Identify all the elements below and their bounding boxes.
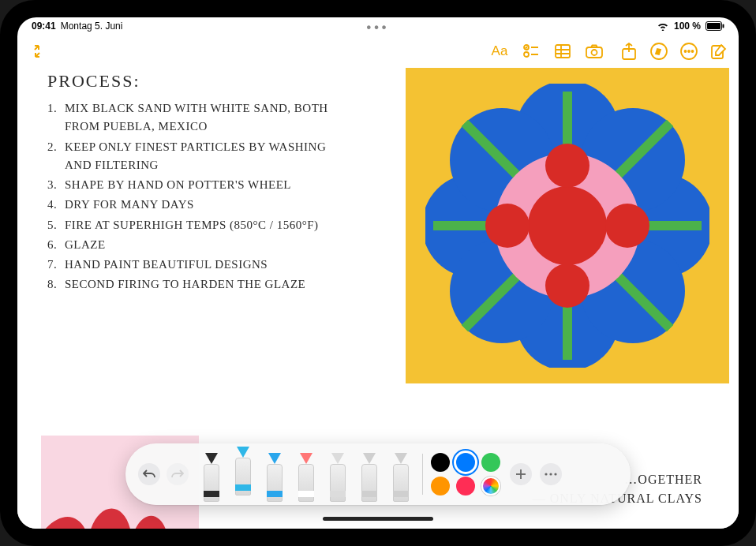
svg-point-40	[485, 204, 530, 248]
step-text: HAND PAINT BEAUTIFUL DESIGNS	[65, 256, 268, 274]
pen-tool[interactable]	[198, 453, 225, 502]
svg-point-12	[592, 50, 597, 55]
note-canvas[interactable]: PROCESS: 1.MIX BLACK SAND WITH WHITE SAN…	[17, 68, 739, 529]
flower-sketch	[406, 68, 729, 383]
step-text: GLAZE	[65, 236, 106, 254]
multitask-dots[interactable]: •••	[367, 21, 390, 35]
process-step: 8.SECOND FIRING TO HARDEN THE GLAZE	[47, 275, 347, 294]
svg-point-44	[545, 473, 547, 475]
color-swatch[interactable]	[456, 453, 475, 472]
process-step: 5.FIRE AT SUPERHIGH TEMPS (850°C / 1560°…	[47, 216, 347, 234]
collapse-icon[interactable]	[28, 43, 46, 60]
step-text: SHAPE BY HAND ON POTTER'S WHEEL	[65, 176, 291, 194]
step-number: 5.	[47, 216, 65, 234]
markup-toolbar	[125, 443, 631, 505]
color-swatch[interactable]	[456, 477, 475, 496]
step-number: 3.	[47, 176, 65, 194]
step-text: DRY FOR MANY DAYS	[65, 196, 194, 214]
color-picker-button[interactable]	[481, 477, 500, 496]
add-button[interactable]	[510, 463, 532, 485]
svg-point-17	[688, 50, 690, 52]
svg-rect-11	[586, 47, 602, 58]
more-icon[interactable]	[680, 43, 698, 60]
handwritten-note: PROCESS: 1.MIX BLACK SAND WITH WHITE SAN…	[47, 71, 347, 296]
process-step: 1.MIX BLACK SAND WITH WHITE SAND, BOTH F…	[47, 99, 347, 136]
drawing-tools	[198, 443, 414, 505]
svg-point-18	[692, 50, 694, 52]
step-number: 4.	[47, 196, 65, 214]
svg-point-16	[685, 50, 687, 52]
battery-percentage: 100 %	[674, 21, 701, 32]
step-number: 6.	[47, 236, 65, 254]
ruler-tool[interactable]	[387, 453, 414, 502]
step-text: SECOND FIRING TO HARDEN THE GLAZE	[65, 275, 305, 294]
process-step: 3.SHAPE BY HAND ON POTTER'S WHEEL	[47, 176, 347, 194]
svg-point-5	[524, 52, 529, 57]
status-date: Montag 5. Juni	[61, 21, 123, 32]
highlighter-tool[interactable]	[261, 453, 288, 502]
process-step: 6.GLAZE	[47, 236, 347, 254]
step-number: 1.	[47, 99, 65, 136]
svg-point-46	[554, 473, 556, 475]
svg-point-45	[549, 473, 552, 475]
step-number: 7.	[47, 256, 65, 274]
color-swatches	[431, 453, 500, 496]
table-icon[interactable]	[554, 43, 571, 60]
svg-rect-1	[707, 23, 720, 29]
battery-icon	[705, 21, 724, 31]
color-swatch[interactable]	[431, 453, 450, 472]
process-step: 2.KEEP ONLY FINEST PARTICLES BY WASHING …	[47, 138, 347, 175]
screen: 09:41 Montag 5. Juni ••• 100 %	[17, 17, 739, 529]
step-text: MIX BLACK SAND WITH WHITE SAND, BOTH FRO…	[65, 99, 347, 136]
svg-rect-7	[556, 45, 570, 58]
checklist-icon[interactable]	[522, 43, 540, 60]
svg-point-39	[545, 264, 589, 308]
svg-point-38	[545, 144, 589, 188]
process-step: 4.DRY FOR MANY DAYS	[47, 196, 347, 214]
text-format-button[interactable]: Aa	[491, 43, 508, 60]
marker-tool[interactable]	[230, 447, 256, 496]
color-swatch[interactable]	[431, 477, 450, 496]
markup-toggle-icon[interactable]	[650, 43, 668, 60]
notes-toolbar: Aa	[17, 35, 739, 68]
undo-button[interactable]	[138, 463, 160, 485]
step-number: 8.	[47, 275, 65, 294]
camera-icon[interactable]	[586, 43, 603, 60]
color-swatch[interactable]	[481, 453, 500, 472]
compose-icon[interactable]	[710, 43, 728, 60]
lasso-tool[interactable]	[324, 453, 351, 502]
pencil-ruler-tool[interactable]	[356, 453, 383, 502]
more-tools-button[interactable]	[540, 463, 562, 485]
step-text: FIRE AT SUPERHIGH TEMPS (850°C / 1560°F)	[65, 216, 319, 234]
note-heading: PROCESS:	[47, 71, 347, 92]
process-list: 1.MIX BLACK SAND WITH WHITE SAND, BOTH F…	[47, 99, 347, 294]
svg-point-41	[605, 204, 649, 248]
svg-rect-2	[723, 24, 724, 28]
step-number: 2.	[47, 138, 65, 175]
toolbar-separator	[422, 454, 423, 495]
share-icon[interactable]	[620, 43, 638, 60]
status-time: 09:41	[32, 21, 56, 32]
home-indicator[interactable]	[323, 517, 433, 521]
process-step: 7.HAND PAINT BEAUTIFUL DESIGNS	[47, 256, 347, 274]
ipad-frame: 09:41 Montag 5. Juni ••• 100 %	[0, 0, 756, 546]
svg-point-37	[528, 186, 607, 265]
status-bar: 09:41 Montag 5. Juni ••• 100 %	[17, 17, 739, 35]
eraser-tool[interactable]	[293, 453, 320, 502]
redo-button[interactable]	[167, 463, 189, 485]
step-text: KEEP ONLY FINEST PARTICLES BY WASHING AN…	[65, 138, 347, 175]
wifi-icon	[657, 21, 669, 31]
